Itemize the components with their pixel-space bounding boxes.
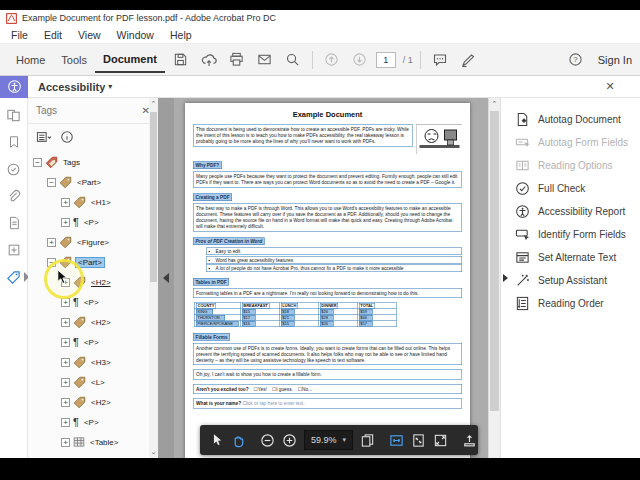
zoom-in-button[interactable] <box>282 431 297 449</box>
expand-icon[interactable]: + <box>47 238 56 247</box>
expand-icon[interactable]: + <box>61 218 70 227</box>
accessibility-tool-icon[interactable] <box>0 76 28 98</box>
tool-reading-order[interactable]: Reading Order <box>501 292 640 315</box>
tree-item-p[interactable]: +¶<P> <box>28 332 158 352</box>
tree-item-tags[interactable]: −Tags <box>28 152 158 172</box>
expand-icon[interactable]: + <box>61 398 70 407</box>
expand-icon[interactable]: + <box>61 438 70 447</box>
bookmarks-panel-icon[interactable] <box>5 133 23 151</box>
list-item: ▪Word has great accessibility features <box>206 256 462 264</box>
hand-tool-button[interactable] <box>231 431 246 449</box>
tool-header-title[interactable]: Accessibility <box>38 81 105 93</box>
tool-setup-assistant[interactable]: Setup Assistant <box>501 269 640 292</box>
fit-width-button[interactable] <box>389 431 404 449</box>
tab-document[interactable]: Document <box>95 46 165 73</box>
tool-identify-form-fields[interactable]: Identify Form Fields <box>501 223 640 246</box>
order-panel-icon[interactable] <box>5 160 23 178</box>
expand-icon[interactable]: + <box>61 338 70 347</box>
text-field-placeholder: Click or tap here to enter text. <box>242 401 304 407</box>
expand-icon[interactable]: + <box>61 318 70 327</box>
header-text: DINNER <box>320 303 338 309</box>
previous-page-button[interactable] <box>320 48 344 72</box>
page-thumbnails-panel-icon[interactable] <box>5 106 23 124</box>
tree-item-figure[interactable]: +<Figure> <box>28 232 158 252</box>
main-toolbar: HomeToolsDocument / 1 ? Sign In <box>0 44 640 76</box>
share-upload-button[interactable] <box>197 48 221 72</box>
scrollbar-thumb[interactable] <box>490 111 499 411</box>
collapse-icon[interactable]: − <box>33 158 42 167</box>
tool-autotag-document[interactable]: Autotag Document <box>501 108 640 131</box>
tree-item-table[interactable]: +<Table> <box>28 432 158 452</box>
panel-divider[interactable] <box>158 98 174 458</box>
tool-autotag-form-fields[interactable]: Autotag Form Fields <box>501 131 640 154</box>
document-scrollbar[interactable]: ⌃ <box>488 98 500 458</box>
tool-reading-options[interactable]: Reading Options <box>501 154 640 177</box>
tree-item-h3[interactable]: +<H3> <box>28 352 158 372</box>
highlight-pen-button[interactable] <box>456 48 480 72</box>
expand-icon[interactable]: + <box>61 198 70 207</box>
tree-item-h2[interactable]: +<H2> <box>28 312 158 332</box>
dock-toolbar-button[interactable] <box>462 431 477 449</box>
expand-icon[interactable]: + <box>61 418 70 427</box>
attachments-panel-icon[interactable] <box>5 187 23 205</box>
collapse-icon[interactable]: − <box>47 178 56 187</box>
cell-value: $28 <box>320 315 334 321</box>
comment-button[interactable] <box>428 48 452 72</box>
options-menu-icon[interactable] <box>36 130 52 144</box>
help-icon[interactable]: ? <box>564 48 588 72</box>
rage-meme-image <box>416 125 462 154</box>
page-display-button[interactable] <box>360 431 375 449</box>
tree-item-p[interactable]: +¶<P> <box>28 412 158 432</box>
zoom-out-button[interactable] <box>260 431 275 449</box>
tags-panel-scrollbar[interactable]: ⌃ ⌄ <box>149 98 158 458</box>
tool-set-alternate-text[interactable]: Set Alternate Text <box>501 246 640 269</box>
autotag-document-icon <box>515 112 530 127</box>
menu-item-window[interactable]: Window <box>110 27 161 43</box>
tree-item-p[interactable]: +¶<P> <box>28 292 158 312</box>
fit-page-button[interactable] <box>411 431 426 449</box>
next-page-button[interactable] <box>348 48 372 72</box>
tree-item-h2[interactable]: +<H2> <box>28 392 158 412</box>
email-button[interactable] <box>253 48 277 72</box>
search-icon[interactable] <box>281 48 305 72</box>
page-number-input[interactable] <box>376 52 396 68</box>
tree-item-h1[interactable]: +<H1> <box>28 192 158 212</box>
tab-tools[interactable]: Tools <box>53 47 95 72</box>
zoom-level-value: 59.9% <box>311 435 337 445</box>
scroll-up-icon[interactable]: ⌃ <box>149 100 158 108</box>
tab-home[interactable]: Home <box>8 47 53 72</box>
paragraph-icon: ¶ <box>73 217 79 228</box>
close-tool-icon[interactable]: ✕ <box>602 80 618 93</box>
fullscreen-button[interactable] <box>433 431 448 449</box>
content-panel-icon[interactable] <box>5 214 23 232</box>
menu-item-view[interactable]: View <box>71 27 108 43</box>
menu-item-edit[interactable]: Edit <box>37 27 69 43</box>
tool-accessibility-report[interactable]: Accessibility Report <box>501 200 640 223</box>
save-button[interactable] <box>169 48 193 72</box>
collapse-panel-icon[interactable] <box>163 273 169 283</box>
expand-icon[interactable]: + <box>61 378 70 387</box>
tree-item-p[interactable]: +¶<P> <box>28 212 158 232</box>
zoom-level-dropdown[interactable]: 59.9% ▾ <box>304 430 353 450</box>
tree-item-l[interactable]: +<L> <box>28 372 158 392</box>
mouse-cursor <box>55 269 70 286</box>
tree-item-part[interactable]: −<Part> <box>28 172 158 192</box>
pdf-page[interactable]: Example DocumentThis document is being u… <box>185 103 470 458</box>
expand-icon[interactable]: + <box>61 358 70 367</box>
tool-full-check[interactable]: Full Check <box>501 177 640 200</box>
destinations-panel-icon[interactable] <box>5 241 23 259</box>
menu-item-file[interactable]: File <box>4 27 35 43</box>
scroll-up-icon[interactable]: ⌃ <box>489 100 500 108</box>
tags-panel-icon[interactable] <box>5 268 23 286</box>
menu-item-help[interactable]: Help <box>163 27 199 43</box>
sign-in-button[interactable]: Sign In <box>598 54 632 66</box>
page-total-label: / 1 <box>403 55 413 65</box>
info-icon[interactable] <box>60 130 74 144</box>
print-button[interactable] <box>225 48 249 72</box>
tagged-paragraph: Many people use PDFs because they want t… <box>193 172 462 188</box>
expand-panel-icon[interactable] <box>503 274 508 282</box>
tag-icon <box>59 176 72 189</box>
scroll-down-icon[interactable]: ⌄ <box>149 448 158 456</box>
select-tool-button[interactable] <box>210 431 224 449</box>
scrollbar-thumb[interactable] <box>150 112 157 282</box>
